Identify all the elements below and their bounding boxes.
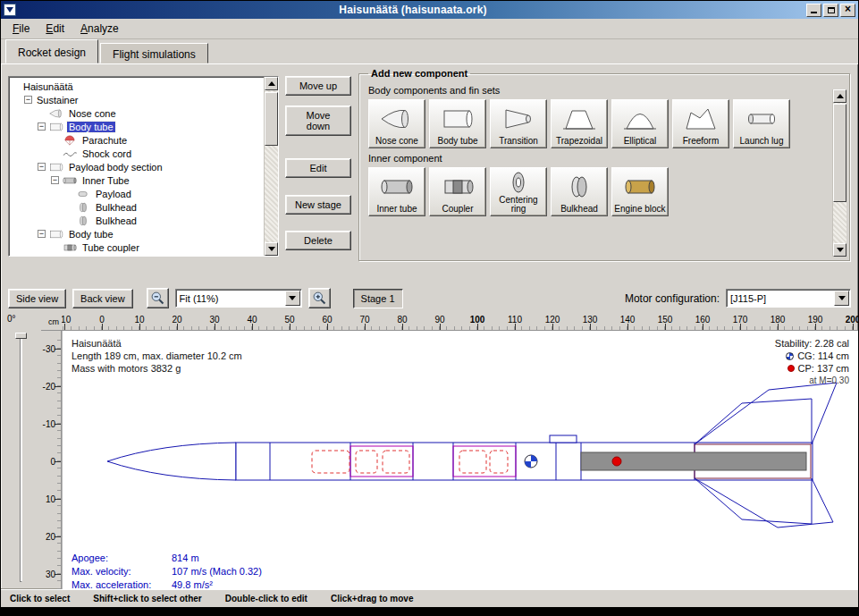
ruler-unit-label: cm — [41, 312, 62, 331]
tree-expander-icon[interactable]: − — [24, 96, 32, 104]
vertical-ruler: -30-20-100102030 — [41, 331, 62, 589]
scrollbar-track[interactable] — [833, 103, 846, 243]
tree-item-inner-tube[interactable]: −Inner Tube — [9, 173, 264, 187]
tree-item-bulkhead[interactable]: Bulkhead — [9, 254, 264, 256]
flight-stat-value: 107 m/s (Mach 0.32) — [172, 566, 262, 577]
ruler-tick — [703, 324, 703, 330]
tree-item-payload[interactable]: Payload — [9, 187, 264, 200]
tree-item-label: Parachute — [80, 135, 129, 146]
side-view-button[interactable]: Side view — [8, 289, 66, 308]
delete-button[interactable]: Delete — [285, 231, 351, 250]
move-up-button[interactable]: Move up — [285, 76, 351, 96]
tree-expander-icon[interactable]: − — [51, 176, 59, 184]
ruler-tick-label: 200 — [846, 315, 858, 325]
component-button-label: Trapezoidal — [556, 137, 602, 146]
bulkhead-icon — [561, 168, 597, 205]
menu-analyze[interactable]: Analyze — [72, 20, 127, 38]
tab-rocket-design[interactable]: Rocket design — [5, 39, 98, 63]
add-elliptical-button[interactable]: Elliptical — [611, 99, 669, 148]
ruler-tick — [55, 536, 61, 537]
tree-item-shock-cord[interactable]: Shock cord — [9, 147, 264, 160]
zoom-select[interactable]: Fit (11%) — [175, 289, 302, 308]
tree-item-body-tube[interactable]: −Body tube — [9, 227, 264, 240]
motor-configuration-select[interactable]: [J115-P] — [726, 289, 851, 308]
ruler-tick — [552, 324, 553, 330]
add-coupler-button[interactable]: Coupler — [429, 167, 486, 216]
ruler-tick — [327, 324, 328, 330]
tree-scrollbar[interactable] — [264, 77, 278, 256]
scroll-up-button[interactable] — [833, 89, 846, 103]
scroll-up-button[interactable] — [265, 77, 278, 90]
ruler-tick-label: 0 — [50, 457, 55, 467]
rocket-info-line: Haisunäätä — [72, 337, 242, 350]
stage-1-toggle[interactable]: Stage 1 — [353, 289, 403, 308]
add-panel-scrollbar[interactable] — [832, 89, 846, 257]
add-transition-button[interactable]: Transition — [490, 99, 547, 148]
tabstrip: Rocket design Flight simulations — [1, 39, 858, 63]
scroll-down-button[interactable] — [265, 242, 278, 256]
ruler-tick — [55, 424, 61, 425]
magnifier-minus-icon — [150, 291, 165, 306]
add-trapezoidal-button[interactable]: Trapezoidal — [551, 99, 608, 148]
ruler-tick-label: 20 — [46, 532, 55, 542]
tree-item-parachute[interactable]: Parachute — [9, 133, 264, 147]
zoom-in-button[interactable] — [308, 288, 331, 308]
tree-item-haisun-t[interactable]: Haisunäätä — [9, 80, 264, 93]
scrollbar-thumb[interactable] — [833, 104, 846, 202]
rotation-slider-track[interactable] — [20, 334, 22, 582]
tree-item-bulkhead[interactable]: Bulkhead — [9, 214, 264, 227]
rotation-slider-handle[interactable] — [15, 333, 27, 339]
rocket-info-line: Mass with motors 3832 g — [72, 362, 242, 375]
motor-configuration-label: Motor configuration: — [625, 292, 720, 305]
tree-item-tube-coupler[interactable]: Tube coupler — [9, 240, 264, 254]
tree-item-payload-body-section[interactable]: −Payload body section — [9, 160, 264, 173]
add-engine-block-button[interactable]: Engine block — [611, 167, 669, 216]
edit-button[interactable]: Edit — [285, 158, 351, 178]
ruler-tick-label: 100 — [470, 315, 485, 325]
tab-flight-simulations[interactable]: Flight simulations — [100, 43, 208, 63]
close-button[interactable]: × — [840, 4, 855, 17]
bodytube-icon — [48, 122, 64, 132]
add-inner-tube-button[interactable]: Inner tube — [368, 167, 425, 216]
menu-file[interactable]: File — [4, 20, 38, 38]
add-bulkhead-button[interactable]: Bulkhead — [551, 167, 608, 216]
tree-expander-icon[interactable]: − — [38, 230, 46, 238]
move-down-button[interactable]: Move down — [285, 105, 351, 136]
ruler-tick-label: 110 — [508, 315, 522, 325]
tree-item-bulkhead[interactable]: Bulkhead — [9, 200, 264, 214]
tree-expander-icon[interactable]: − — [38, 122, 46, 131]
rocket-canvas[interactable]: HaisunäätäLength 189 cm, max. diameter 1… — [62, 331, 858, 589]
add-freeform-button[interactable]: Freeform — [672, 99, 729, 148]
motor-configuration-value: [J115-P] — [727, 293, 833, 304]
ruler-tick — [55, 499, 61, 500]
back-view-button[interactable]: Back view — [72, 289, 133, 308]
add-nose-cone-button[interactable]: Nose cone — [368, 99, 425, 148]
dropdown-button[interactable] — [834, 291, 849, 306]
ruler-tick — [55, 349, 61, 350]
scrollbar-track[interactable] — [265, 90, 278, 242]
scroll-down-button[interactable] — [833, 243, 846, 257]
new-stage-button[interactable]: New stage — [285, 195, 351, 215]
zoom-out-button[interactable] — [147, 288, 169, 308]
scrollbar-thumb[interactable] — [265, 92, 278, 146]
add-body-tube-button[interactable]: Body tube — [429, 99, 486, 148]
nosecone-icon — [48, 108, 64, 119]
maximize-button[interactable] — [823, 4, 838, 17]
ruler-tick-label: 10 — [134, 315, 144, 325]
tree-expander-icon[interactable]: − — [38, 163, 46, 171]
mach-condition: at M=0.30 — [775, 375, 849, 387]
menu-edit[interactable]: Edit — [38, 20, 72, 38]
dropdown-button[interactable] — [285, 291, 300, 306]
shockcord-icon — [62, 148, 78, 159]
component-button-label: Coupler — [442, 205, 473, 214]
ruler-tick-label: -30 — [43, 344, 55, 354]
tree-item-body-tube[interactable]: −Body tube — [9, 120, 264, 133]
maximize-icon — [828, 7, 835, 13]
inner-components-grid: Inner tubeCouplerCentering ringBulkheadE… — [368, 167, 831, 216]
add-centering-ring-button[interactable]: Centering ring — [490, 167, 547, 216]
tree-item-nose-cone[interactable]: Nose cone — [9, 106, 264, 120]
minimize-button[interactable] — [806, 4, 821, 17]
add-launch-lug-button[interactable]: Launch lug — [733, 99, 790, 148]
magnifier-plus-icon — [312, 291, 327, 306]
tree-item-sustainer[interactable]: −Sustainer — [9, 93, 264, 106]
